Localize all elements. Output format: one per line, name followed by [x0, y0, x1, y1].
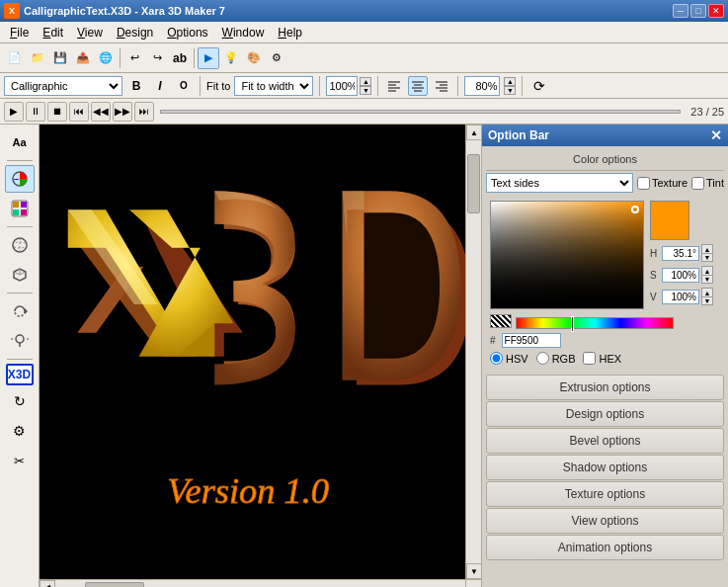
h-value-input[interactable] — [662, 246, 699, 261]
zoom-input[interactable] — [326, 76, 358, 96]
zoom-80-input[interactable] — [464, 76, 500, 96]
light-tool[interactable] — [5, 327, 35, 355]
animation-options-btn[interactable]: Animation options — [486, 535, 724, 560]
playback-slider[interactable] — [160, 110, 681, 114]
go-start-button[interactable]: ⏮ — [69, 102, 89, 122]
menu-help[interactable]: Help — [272, 24, 308, 42]
tool-extra-3[interactable]: ✂ — [5, 447, 35, 474]
close-button[interactable]: ✕ — [708, 4, 724, 18]
menu-file[interactable]: File — [4, 24, 35, 42]
scroll-left-btn[interactable]: ◀ — [40, 580, 55, 588]
menu-window[interactable]: Window — [216, 24, 271, 42]
zoom-80-up[interactable]: ▲ — [504, 77, 516, 86]
italic-button[interactable]: I — [150, 76, 170, 96]
s-spin-up[interactable]: ▲ — [701, 266, 713, 275]
hsv-radio-label[interactable]: HSV — [490, 352, 528, 365]
sphere-tool[interactable] — [5, 231, 35, 259]
hex-input[interactable] — [502, 333, 561, 348]
stop-button[interactable]: ⏹ — [47, 102, 67, 122]
color-options-title: Color options — [486, 150, 724, 168]
extrude-tool[interactable] — [5, 261, 35, 289]
open-button[interactable]: 📁 — [27, 47, 48, 69]
pause-button[interactable]: ⏸ — [26, 102, 45, 122]
design-options-btn[interactable]: Design options — [486, 401, 724, 427]
menu-design[interactable]: Design — [111, 24, 159, 42]
s-value-input[interactable] — [662, 268, 699, 283]
pattern-swatch[interactable] — [490, 314, 512, 328]
go-end-button[interactable]: ⏭ — [134, 102, 154, 122]
animate-button[interactable]: ▶ — [198, 47, 219, 69]
v-value-input[interactable] — [662, 290, 699, 304]
rgb-radio[interactable] — [536, 352, 549, 365]
color-gradient-box[interactable] — [490, 201, 644, 309]
menu-edit[interactable]: Edit — [37, 24, 69, 42]
panel-close-button[interactable]: ✕ — [710, 128, 722, 142]
fit-select[interactable]: Fit to width — [234, 76, 313, 96]
reset-button[interactable]: ⟳ — [528, 75, 550, 97]
title-bar: X CalligraphicText.X3D - Xara 3D Maker 7… — [0, 0, 728, 22]
color-button[interactable]: 🎨 — [243, 47, 265, 69]
svg-rect-16 — [13, 210, 19, 215]
s-spin-down[interactable]: ▼ — [701, 275, 713, 284]
scroll-down-btn[interactable]: ▼ — [466, 563, 481, 579]
text-tool[interactable]: Aa — [5, 128, 35, 156]
text-button[interactable]: ab — [169, 47, 191, 69]
undo-button[interactable]: ↩ — [123, 47, 145, 69]
tint-checkbox-label[interactable]: Tint — [691, 177, 724, 190]
picker-top: H ▲ ▼ S ▲ — [490, 201, 720, 309]
color-type-select[interactable]: Text sides — [486, 173, 633, 193]
v-spin-up[interactable]: ▲ — [701, 288, 713, 296]
rgb-radio-label[interactable]: RGB — [536, 352, 576, 365]
h-spin-up[interactable]: ▲ — [701, 244, 713, 253]
tool-extra-2[interactable]: ⚙ — [5, 417, 35, 445]
maximize-button[interactable]: □ — [690, 4, 706, 18]
menu-options[interactable]: Options — [161, 24, 213, 42]
zoom-down[interactable]: ▼ — [360, 86, 371, 95]
scroll-thumb-v[interactable] — [467, 154, 480, 213]
extrusion-options-btn[interactable]: Extrusion options — [486, 375, 724, 400]
redo-button[interactable]: ↪ — [146, 47, 168, 69]
right-controls: H ▲ ▼ S ▲ — [650, 201, 713, 309]
font-select[interactable]: Calligraphic — [4, 76, 122, 96]
hex-checkbox[interactable] — [583, 352, 596, 365]
bevel-options-btn[interactable]: Bevel options — [486, 428, 724, 454]
texture-tool[interactable] — [5, 195, 35, 222]
shadow-options-btn[interactable]: Shadow options — [486, 455, 724, 480]
outline-button[interactable]: O — [174, 76, 194, 96]
export-button[interactable]: 📤 — [72, 47, 94, 69]
picker-dot[interactable] — [631, 206, 639, 213]
tint-checkbox[interactable] — [691, 177, 704, 190]
align-right-button[interactable] — [432, 76, 451, 96]
zoom-80-down[interactable]: ▼ — [504, 86, 516, 95]
color-tool[interactable] — [5, 165, 35, 193]
menu-view[interactable]: View — [71, 24, 109, 42]
align-left-button[interactable] — [384, 76, 404, 96]
scroll-corner — [465, 579, 481, 587]
publish-button[interactable]: 🌐 — [95, 47, 117, 69]
prev-frame-button[interactable]: ◀◀ — [91, 102, 111, 122]
texture-options-btn[interactable]: Texture options — [486, 481, 724, 507]
minimize-button[interactable]: ─ — [673, 4, 688, 18]
bold-button[interactable]: B — [126, 76, 146, 96]
tool-extra-1[interactable]: ↻ — [5, 387, 35, 415]
settings-button[interactable]: ⚙ — [266, 47, 287, 69]
view-options-btn[interactable]: View options — [486, 508, 724, 534]
hex-radio-label[interactable]: HEX — [583, 352, 621, 365]
hsv-radio[interactable] — [490, 352, 503, 365]
zoom-up[interactable]: ▲ — [360, 77, 371, 86]
play-button[interactable]: ▶ — [4, 102, 24, 122]
hue-rainbow-bar[interactable] — [516, 317, 674, 329]
light-button[interactable]: 💡 — [220, 47, 242, 69]
h-spin-down[interactable]: ▼ — [701, 253, 713, 262]
texture-checkbox-label[interactable]: Texture — [637, 177, 688, 190]
hue-indicator — [571, 316, 574, 332]
save-button[interactable]: 💾 — [49, 47, 71, 69]
rotate-tool[interactable] — [5, 297, 35, 325]
scroll-thumb-h[interactable] — [85, 582, 144, 588]
texture-checkbox[interactable] — [637, 177, 650, 190]
align-center-button[interactable] — [408, 76, 428, 96]
new-button[interactable]: 📄 — [4, 47, 26, 69]
v-spin-down[interactable]: ▼ — [701, 296, 713, 305]
next-frame-button[interactable]: ▶▶ — [113, 102, 132, 122]
scroll-up-btn[interactable]: ▲ — [466, 125, 481, 140]
